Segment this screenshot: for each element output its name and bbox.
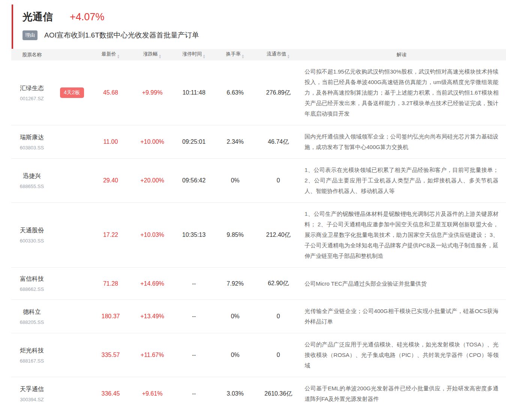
reason-text: AOI宣布收到1.6T数据中心光收发器首批量产订单 — [44, 30, 199, 40]
turnover-rate: 3.03% — [227, 390, 243, 397]
latest-price-cell: 11.00 — [90, 138, 131, 145]
analysis-cell: 光传输全产业链企业；公司400G相干模块已实现小批量试产，硅基OCS获海外样品订… — [301, 306, 506, 327]
limit-up-time-cell: -- — [173, 390, 215, 397]
table-row: 迅捷兴 688655.SS 29.40 +20.00% 09:56:42 0% … — [11, 159, 506, 203]
header-cell-change-percent[interactable]: 涨跌幅▲▼ — [131, 51, 173, 59]
sort-icon: ▲▼ — [203, 54, 206, 59]
stock-name-block: 迅捷兴 688655.SS — [11, 172, 53, 189]
stock-name-link[interactable]: 汇绿生态 — [11, 84, 53, 92]
stock-code: 688662.SS — [11, 286, 53, 292]
analysis-cell: 公司拟不超1.95亿元收购武汉钧恒30%股权，武汉钧恒对高速光模块技术持续投入，… — [301, 66, 506, 119]
stock-name-block: 汇绿生态 001267.SZ — [11, 84, 53, 101]
change-percent-cell: +13.49% — [131, 313, 173, 320]
table-row: 瑞斯康达 603803.SS 11.00 +10.00% 09:25:01 2.… — [11, 125, 506, 159]
analysis-cell: 国内光纤通信接入领域领军企业；公司签约弘光向尚布局硅光芯片算力基础设施，成功发布… — [301, 131, 506, 152]
turnover-rate-cell: 0% — [215, 313, 256, 320]
limit-up-time: 10:11:48 — [182, 89, 205, 96]
stock-code: 688655.SS — [11, 184, 53, 189]
stock-code: 600330.SS — [11, 238, 53, 244]
analysis-text: 1、公司生产的铌酸锂晶体材料是铌酸锂电光调制芯片及器件的上游关键原材料； 2、子… — [305, 209, 498, 261]
market-cap: 276.89亿 — [266, 89, 291, 96]
limit-up-time-cell: 09:56:42 — [173, 177, 215, 184]
header-label-analysis: 解读 — [397, 52, 407, 57]
market-cap: 62.90亿 — [268, 280, 289, 286]
latest-price-cell: 180.37 — [90, 313, 131, 320]
stock-name-link[interactable]: 富信科技 — [11, 275, 53, 283]
latest-price: 11.00 — [104, 138, 118, 145]
header-cell-market-cap[interactable]: 流通市值▲▼ — [256, 51, 301, 59]
table-row: 德科立 688205.SS 180.37 +13.49% -- 0% 0 光传输… — [11, 300, 506, 333]
analysis-text: 公司拟不超1.95亿元收购武汉钧恒30%股权，武汉钧恒对高速光模块技术持续投入，… — [305, 66, 498, 119]
stock-name-block: 天通股份 600330.SS — [11, 227, 53, 244]
limit-up-time: 09:56:42 — [182, 177, 206, 184]
reason-row: 理由 AOI宣布收到1.6T数据中心光收发器首批量产订单 — [23, 30, 506, 41]
stock-name-cell: 富信科技 688662.SS — [11, 275, 90, 292]
table-row: 天通股份 600330.SS 17.22 +10.03% 10:35:13 9.… — [11, 203, 506, 268]
latest-price-cell: 335.57 — [90, 352, 131, 358]
analysis-cell: 1、公司生产的铌酸锂晶体材料是铌酸锂电光调制芯片及器件的上游关键原材料； 2、子… — [301, 209, 506, 261]
sector-header: 光通信 +4.07% 理由 AOI宣布收到1.6T数据中心光收发器首批量产订单 — [11, 0, 506, 41]
stock-code: 688167.SS — [11, 358, 53, 364]
stock-name-link[interactable]: 迅捷兴 — [11, 172, 53, 180]
market-cap-cell: 2610.36亿 — [256, 390, 301, 398]
stock-name-link[interactable]: 天通股份 — [11, 227, 53, 235]
header-cell-stock-name: 股票名称 — [11, 51, 90, 58]
sector-title-row: 光通信 +4.07% — [23, 10, 506, 24]
stock-code: 001267.SZ — [11, 96, 53, 101]
limit-up-time: -- — [192, 280, 196, 287]
stock-name-cell: 天通股份 600330.SS — [11, 227, 90, 244]
stock-name-link[interactable]: 天孚通信 — [11, 385, 53, 393]
limit-up-time-cell: -- — [173, 313, 215, 320]
header-cell-limit-up-time[interactable]: 涨停时间▲▼ — [173, 51, 215, 59]
change-percent: +9.61% — [142, 390, 163, 397]
analysis-text: 公司Micro TEC产品通过头部企业验证并批量供货 — [305, 278, 498, 289]
analysis-cell: 公司基于EML的单波200G光发射器件已经小批量供应，开始研发高密度多通道阵列F… — [301, 383, 506, 404]
market-cap: 212.40亿 — [266, 232, 291, 238]
sector-change-percent: +4.07% — [70, 10, 104, 24]
turnover-rate-cell: 0% — [215, 177, 256, 184]
stock-name-cell: 迅捷兴 688655.SS — [11, 172, 90, 189]
page-container: 光通信 +4.07% 理由 AOI宣布收到1.6T数据中心光收发器首批量产订单 … — [11, 0, 506, 410]
sort-icon: ▲▼ — [242, 54, 245, 59]
stock-name-link[interactable]: 瑞斯康达 — [11, 134, 53, 142]
stock-name-link[interactable]: 炬光科技 — [11, 347, 53, 355]
limit-up-time: -- — [192, 390, 196, 397]
sector-name: 光通信 — [23, 10, 53, 24]
table-row: 汇绿生态 001267.SZ 4天2板 45.68 +9.99% 10:11:4… — [11, 60, 506, 125]
change-percent: +20.00% — [140, 177, 164, 184]
analysis-cell: 公司Micro TEC产品通过头部企业验证并批量供货 — [301, 278, 506, 289]
header-label-turnover-rate: 换手率 — [226, 51, 241, 57]
limit-up-time-cell: 10:35:13 — [173, 232, 215, 238]
analysis-text: 公司基于EML的单波200G光发射器件已经小批量供应，开始研发高密度多通道阵列F… — [305, 383, 498, 404]
streak-badge: 4天2板 — [60, 87, 84, 98]
header-cell-turnover-rate[interactable]: 换手率▲▼ — [215, 51, 256, 59]
header-label-latest-price: 最新价 — [102, 51, 116, 57]
turnover-rate-cell: 9.85% — [215, 232, 256, 238]
sector-accent-bar — [12, 5, 13, 49]
latest-price: 336.45 — [102, 390, 120, 397]
change-percent-cell: +9.99% — [131, 89, 173, 96]
header-label-stock-name: 股票名称 — [11, 51, 53, 58]
limit-up-time-cell: 10:11:48 — [173, 89, 215, 96]
latest-price: 45.68 — [103, 89, 118, 96]
analysis-text: 国内光纤通信接入领域领军企业；公司签约弘光向尚布局硅光芯片算力基础设施，成功发布… — [305, 131, 498, 152]
stock-code: 603803.SS — [11, 145, 53, 151]
change-percent-cell: +9.61% — [131, 390, 173, 397]
limit-up-time-cell: 09:25:01 — [173, 138, 215, 145]
turnover-rate-cell: 2.34% — [215, 138, 256, 145]
header-label-change-percent: 涨跌幅 — [143, 51, 158, 57]
stock-name-cell: 德科立 688205.SS — [11, 308, 90, 325]
market-cap-cell: 212.40亿 — [256, 231, 301, 239]
turnover-rate: 7.92% — [227, 280, 243, 287]
stock-name-link[interactable]: 德科立 — [11, 308, 53, 316]
analysis-text: 1、公司表示在光模块领域已积累了相关产品经验和客户，目前可批量接单； 2、公司产… — [305, 165, 498, 196]
stock-name-cell: 天孚通信 300394.SZ — [11, 385, 90, 402]
latest-price-cell: 45.68 — [90, 89, 131, 96]
header-cell-latest-price[interactable]: 最新价▲▼ — [90, 51, 131, 59]
reason-badge: 理由 — [23, 30, 38, 40]
table-row: 炬光科技 688167.SS 335.57 +11.67% -- 0% 0 公司… — [11, 333, 506, 377]
sort-icon: ▲▼ — [159, 54, 162, 59]
market-cap-cell: 0 — [256, 177, 301, 184]
change-percent: +10.03% — [140, 232, 164, 238]
analysis-cell: 公司的产品广泛应用于光通信模块、硅光模块，如光发射模块（TOSA）、光接收模块（… — [301, 339, 506, 371]
